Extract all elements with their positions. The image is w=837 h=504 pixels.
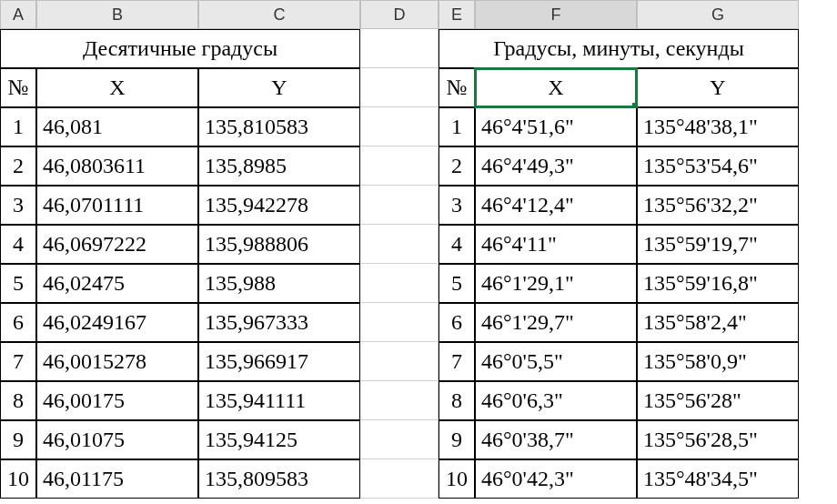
left-row-num[interactable]: 5 (0, 264, 36, 303)
left-row-num[interactable]: 3 (0, 186, 36, 225)
left-row-y[interactable]: 135,967333 (198, 303, 360, 342)
empty-cell[interactable] (360, 29, 439, 68)
empty-cell[interactable] (360, 381, 439, 420)
right-row-x[interactable]: 46°4'49,3" (475, 146, 637, 186)
left-row-x[interactable]: 46,0701111 (36, 186, 198, 225)
right-row-y[interactable]: 135°58'2,4" (637, 303, 799, 342)
empty-cell[interactable] (360, 459, 439, 499)
empty-cell[interactable] (360, 186, 439, 225)
left-row-num[interactable]: 9 (0, 420, 36, 459)
left-row-y[interactable]: 135,809583 (198, 459, 360, 499)
left-header-x[interactable]: X (36, 68, 198, 107)
right-row-x[interactable]: 46°0'6,3" (475, 381, 637, 420)
spreadsheet-grid[interactable]: A B C D E F G Десятичные градусы Градусы… (0, 0, 837, 499)
right-row-num[interactable]: 7 (439, 342, 475, 381)
right-row-x[interactable]: 46°1'29,1" (475, 264, 637, 303)
left-row-y[interactable]: 135,988806 (198, 225, 360, 264)
right-row-x[interactable]: 46°0'42,3" (475, 459, 637, 499)
right-row-x[interactable]: 46°4'11" (475, 225, 637, 264)
empty-cell[interactable] (360, 264, 439, 303)
right-row-y[interactable]: 135°59'19,7" (637, 225, 799, 264)
left-row-num[interactable]: 4 (0, 225, 36, 264)
right-row-x[interactable]: 46°0'38,7" (475, 420, 637, 459)
right-header-num[interactable]: № (439, 68, 475, 107)
left-row-y[interactable]: 135,94125 (198, 420, 360, 459)
left-row-num[interactable]: 7 (0, 342, 36, 381)
right-row-num[interactable]: 2 (439, 146, 475, 186)
left-row-x[interactable]: 46,0015278 (36, 342, 198, 381)
left-row-num[interactable]: 2 (0, 146, 36, 186)
right-row-num[interactable]: 9 (439, 420, 475, 459)
right-row-y[interactable]: 135°56'28" (637, 381, 799, 420)
col-header-F[interactable]: F (475, 0, 637, 29)
left-row-num[interactable]: 8 (0, 381, 36, 420)
col-header-E[interactable]: E (439, 0, 475, 29)
left-header-y[interactable]: Y (198, 68, 360, 107)
right-row-y[interactable]: 135°48'34,5" (637, 459, 799, 499)
right-row-y[interactable]: 135°56'32,2" (637, 186, 799, 225)
left-row-num[interactable]: 10 (0, 459, 36, 499)
right-header-x[interactable]: X (475, 68, 637, 107)
right-row-num[interactable]: 10 (439, 459, 475, 499)
right-row-y[interactable]: 135°59'16,8" (637, 264, 799, 303)
left-table-title[interactable]: Десятичные градусы (0, 29, 360, 68)
right-row-y[interactable]: 135°58'0,9" (637, 342, 799, 381)
col-header-G[interactable]: G (637, 0, 799, 29)
right-row-x[interactable]: 46°4'12,4" (475, 186, 637, 225)
left-row-x[interactable]: 46,081 (36, 107, 198, 146)
right-row-x[interactable]: 46°1'29,7" (475, 303, 637, 342)
left-row-y[interactable]: 135,810583 (198, 107, 360, 146)
right-row-y[interactable]: 135°48'38,1" (637, 107, 799, 146)
left-row-x[interactable]: 46,0803611 (36, 146, 198, 186)
left-header-num[interactable]: № (0, 68, 36, 107)
empty-cell[interactable] (360, 225, 439, 264)
right-row-num[interactable]: 4 (439, 225, 475, 264)
right-row-x[interactable]: 46°4'51,6" (475, 107, 637, 146)
col-header-B[interactable]: B (36, 0, 198, 29)
empty-cell[interactable] (360, 107, 439, 146)
left-row-num[interactable]: 6 (0, 303, 36, 342)
right-row-num[interactable]: 6 (439, 303, 475, 342)
right-row-y[interactable]: 135°56'28,5" (637, 420, 799, 459)
left-row-y[interactable]: 135,941111 (198, 381, 360, 420)
empty-cell[interactable] (360, 68, 439, 107)
left-row-y[interactable]: 135,942278 (198, 186, 360, 225)
left-row-x[interactable]: 46,00175 (36, 381, 198, 420)
left-row-x[interactable]: 46,01075 (36, 420, 198, 459)
col-header-C[interactable]: C (198, 0, 360, 29)
left-row-x[interactable]: 46,0697222 (36, 225, 198, 264)
empty-cell[interactable] (360, 420, 439, 459)
col-header-D[interactable]: D (360, 0, 439, 29)
right-row-y[interactable]: 135°53'54,6" (637, 146, 799, 186)
right-row-num[interactable]: 5 (439, 264, 475, 303)
left-row-x[interactable]: 46,0249167 (36, 303, 198, 342)
right-row-num[interactable]: 3 (439, 186, 475, 225)
right-table-title[interactable]: Градусы, минуты, секунды (439, 29, 799, 68)
right-header-y[interactable]: Y (637, 68, 799, 107)
left-row-y[interactable]: 135,966917 (198, 342, 360, 381)
left-row-y[interactable]: 135,988 (198, 264, 360, 303)
empty-cell[interactable] (360, 303, 439, 342)
right-row-x[interactable]: 46°0'5,5" (475, 342, 637, 381)
empty-cell[interactable] (360, 146, 439, 186)
left-row-y[interactable]: 135,8985 (198, 146, 360, 186)
left-row-x[interactable]: 46,01175 (36, 459, 198, 499)
left-row-num[interactable]: 1 (0, 107, 36, 146)
left-row-x[interactable]: 46,02475 (36, 264, 198, 303)
right-row-num[interactable]: 8 (439, 381, 475, 420)
empty-cell[interactable] (360, 342, 439, 381)
col-header-A[interactable]: A (0, 0, 36, 29)
right-row-num[interactable]: 1 (439, 107, 475, 146)
